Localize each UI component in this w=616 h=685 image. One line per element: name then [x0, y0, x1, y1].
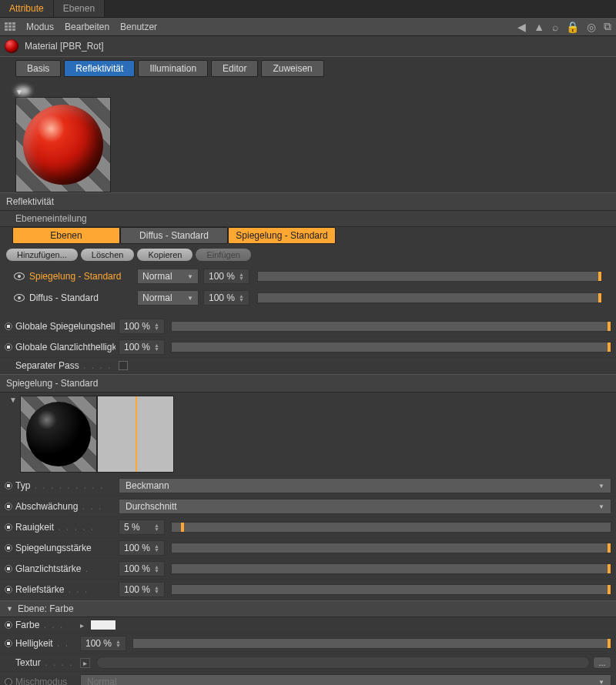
- nav-arrow-icon[interactable]: ▲: [534, 21, 544, 33]
- roughness-label: Rauigkeit . . . . .: [15, 522, 116, 533]
- new-window-icon[interactable]: ⧉: [604, 20, 611, 33]
- attenuation-row: Abschwächung . . . Durchschnitt▼: [0, 496, 616, 517]
- anim-radio-icon[interactable]: [5, 343, 12, 351]
- paste-button: Einfügen: [196, 249, 250, 261]
- bump-strength-field[interactable]: 100 %▲▼: [119, 582, 165, 597]
- brightness-slider[interactable]: [132, 638, 611, 649]
- layer-name-label[interactable]: Diffus - Standard: [29, 292, 132, 303]
- anim-radio-icon[interactable]: [5, 640, 12, 647]
- global-specular-brightness-label: Globale Glanzlichthelligkeit .: [15, 342, 116, 353]
- menu-grid-icon[interactable]: [5, 22, 15, 32]
- layer-color-header[interactable]: ▼ Ebene: Farbe: [0, 600, 616, 617]
- anim-radio-icon[interactable]: [5, 523, 12, 531]
- tab-layers[interactable]: Ebenen: [54, 0, 105, 17]
- section-reflektivitaet-header: Reflektivität: [0, 192, 616, 211]
- layer-opacity-field[interactable]: 100 %▲▼: [203, 269, 249, 284]
- layer-sphere-preview[interactable]: [20, 396, 97, 473]
- collapse-arrow-icon[interactable]: ▼: [9, 396, 17, 404]
- layer-row[interactable]: Spiegelung - Standard Normal▼ 100 %▲▼: [0, 266, 616, 287]
- material-name: Material [PBR_Rot]: [25, 41, 104, 52]
- visibility-icon[interactable]: [14, 294, 25, 302]
- reflection-strength-field[interactable]: 100 %▲▼: [119, 540, 165, 556]
- layer-opacity-slider[interactable]: [257, 271, 602, 282]
- color-row: Farbe . . . ▸: [0, 617, 616, 633]
- tab-attribute[interactable]: Attribute: [0, 0, 54, 17]
- menu-mode[interactable]: Modus: [26, 22, 54, 32]
- bump-strength-row: Reliefstärke . . . 100 %▲▼: [0, 580, 616, 600]
- texture-field[interactable]: [96, 657, 590, 669]
- tab-basis[interactable]: Basis: [15, 60, 61, 77]
- layer-row[interactable]: Diffus - Standard Normal▼ 100 %▲▼: [0, 287, 616, 309]
- roughness-field[interactable]: 5 %▲▼: [119, 520, 165, 535]
- bump-strength-label: Reliefstärke . . .: [15, 584, 116, 595]
- layer-preview-row: ▼: [0, 393, 616, 476]
- blend-mode-select[interactable]: Normal▼: [137, 290, 199, 306]
- brightness-field[interactable]: 100 %▲▼: [80, 636, 126, 651]
- layer-name-label[interactable]: Spiegelung - Standard: [29, 271, 132, 282]
- type-label: Typ . . . . . . . . .: [15, 480, 116, 491]
- search-icon[interactable]: ⌕: [552, 21, 558, 33]
- anim-radio-icon[interactable]: [5, 322, 12, 330]
- tab-zuweisen[interactable]: Zuweisen: [261, 60, 323, 77]
- subtab-ebenen[interactable]: Ebenen: [12, 227, 120, 244]
- separate-pass-checkbox[interactable]: [119, 361, 128, 370]
- add-button[interactable]: Hinzufügen...: [6, 249, 78, 261]
- type-row: Typ . . . . . . . . . Beckmann▼: [0, 476, 616, 496]
- specular-strength-slider[interactable]: [171, 563, 611, 574]
- global-specular-brightness-slider[interactable]: [171, 342, 611, 353]
- anim-radio-icon[interactable]: [5, 565, 12, 573]
- attenuation-label: Abschwächung . . .: [15, 501, 116, 512]
- blend-mode-select[interactable]: Normal▼: [137, 269, 199, 284]
- layer-graph-preview[interactable]: [97, 396, 174, 473]
- bump-strength-slider[interactable]: [171, 584, 611, 595]
- texture-expand-icon[interactable]: ▸: [80, 658, 90, 668]
- type-select[interactable]: Beckmann▼: [119, 478, 611, 493]
- layer-buttons-row: Hinzufügen... Löschen Kopieren Einfügen: [0, 244, 616, 266]
- specular-strength-row: Glanzlichtstärke . 100 %▲▼: [0, 559, 616, 580]
- global-reflection-brightness-row: Globale Spiegelungshelligkeit 100 %▲▼: [0, 316, 616, 337]
- layer-opacity-slider[interactable]: [257, 292, 602, 303]
- anim-radio-icon[interactable]: [5, 586, 12, 593]
- layer-opacity-field[interactable]: 100 %▲▼: [203, 290, 249, 306]
- attenuation-select[interactable]: Durchschnitt▼: [119, 499, 611, 514]
- texture-browse-button[interactable]: ...: [593, 657, 611, 669]
- global-specular-brightness-row: Globale Glanzlichthelligkeit . 100 %▲▼: [0, 337, 616, 358]
- menu-user[interactable]: Benutzer: [120, 22, 157, 32]
- ebeneneinteilung-label: Ebeneneinteilung: [0, 211, 616, 227]
- global-reflection-brightness-field[interactable]: 100 %▲▼: [119, 319, 165, 334]
- tab-illumination[interactable]: Illumination: [138, 60, 208, 77]
- anim-radio-icon[interactable]: [5, 544, 12, 552]
- menu-edit[interactable]: Bearbeiten: [65, 22, 109, 32]
- material-preview[interactable]: [15, 97, 111, 192]
- section-spiegelung-header: Spiegelung - Standard: [0, 374, 616, 393]
- back-arrow-icon[interactable]: ◀: [517, 21, 526, 33]
- roughness-slider[interactable]: [171, 522, 611, 533]
- anim-radio-icon[interactable]: [5, 503, 12, 510]
- texture-row: Textur . . . . ▸ ...: [0, 654, 616, 672]
- visibility-icon[interactable]: [14, 272, 25, 280]
- color-swatch[interactable]: [90, 620, 116, 630]
- reflection-strength-row: Spiegelungsstärke 100 %▲▼: [0, 538, 616, 559]
- specular-strength-field[interactable]: 100 %▲▼: [119, 561, 165, 576]
- global-reflection-brightness-slider[interactable]: [171, 321, 611, 332]
- mixmode-label: Mischmodus: [15, 677, 77, 685]
- subtab-spiegelung[interactable]: Spiegelung - Standard: [228, 227, 336, 244]
- reflection-strength-slider[interactable]: [171, 543, 611, 553]
- color-expand-icon[interactable]: ▸: [80, 621, 84, 630]
- global-specular-brightness-field[interactable]: 100 %▲▼: [119, 339, 165, 355]
- tab-editor[interactable]: Editor: [211, 60, 258, 77]
- subtab-diffus[interactable]: Diffus - Standard: [120, 227, 228, 244]
- disclosure-open-icon: ▼: [6, 605, 13, 613]
- anim-radio-icon[interactable]: [5, 621, 12, 629]
- tab-reflektivitaet[interactable]: Reflektivität: [64, 60, 135, 77]
- specular-strength-label: Glanzlichtstärke .: [15, 563, 116, 574]
- target-icon[interactable]: ◎: [587, 21, 596, 33]
- menubar: Modus Bearbeiten Benutzer ◀ ▲ ⌕ 🔒 ◎ ⧉: [0, 18, 616, 36]
- material-swatch-icon: [5, 39, 18, 53]
- delete-button[interactable]: Löschen: [81, 249, 135, 261]
- color-label: Farbe . . .: [15, 620, 77, 630]
- lock-icon[interactable]: 🔒: [566, 21, 579, 33]
- global-reflection-brightness-label: Globale Spiegelungshelligkeit: [15, 321, 116, 332]
- anim-radio-icon[interactable]: [5, 482, 12, 490]
- copy-button[interactable]: Kopieren: [137, 249, 192, 261]
